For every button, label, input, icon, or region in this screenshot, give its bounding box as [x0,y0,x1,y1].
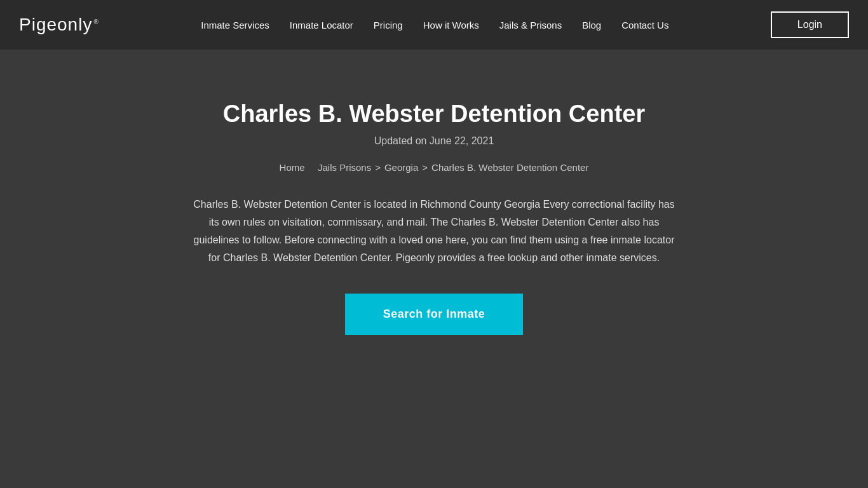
logo-text: Pigeonly® [19,15,99,35]
nav-contact-us[interactable]: Contact Us [621,20,668,30]
page-title: Charles B. Webster Detention Center [223,100,645,128]
breadcrumb-current: Charles B. Webster Detention Center [431,162,588,173]
breadcrumb-jails-prisons[interactable]: Jails Prisons [318,162,371,173]
facility-description: Charles B. Webster Detention Center is l… [193,196,675,267]
search-for-inmate-button[interactable]: Search for Inmate [345,294,524,335]
nav-inmate-locator[interactable]: Inmate Locator [290,20,353,30]
main-content: Charles B. Webster Detention Center Upda… [0,50,868,373]
login-button[interactable]: Login [771,11,849,38]
logo-symbol: ® [93,18,98,25]
nav-jails-prisons[interactable]: Jails & Prisons [499,20,562,30]
site-header: Pigeonly® Inmate Services Inmate Locator… [0,0,868,50]
updated-date: Updated on June 22, 2021 [374,135,494,147]
breadcrumb: Home Jails Prisons > Georgia > Charles B… [280,162,589,173]
breadcrumb-arrow-1: > [375,162,381,173]
breadcrumb-home[interactable]: Home [280,162,305,173]
logo[interactable]: Pigeonly® [19,15,99,35]
breadcrumb-georgia[interactable]: Georgia [384,162,418,173]
breadcrumb-arrow-2: > [422,162,428,173]
nav-how-it-works[interactable]: How it Works [423,20,479,30]
nav-inmate-services[interactable]: Inmate Services [201,20,269,30]
breadcrumb-separator-1 [309,162,314,173]
nav-pricing[interactable]: Pricing [374,20,403,30]
nav-blog[interactable]: Blog [582,20,601,30]
main-nav: Inmate Services Inmate Locator Pricing H… [201,20,668,30]
